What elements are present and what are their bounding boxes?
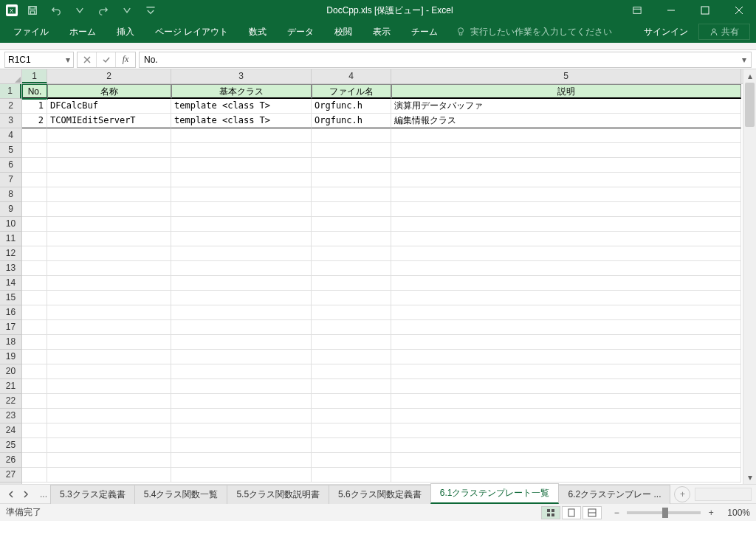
cell[interactable]	[171, 202, 312, 217]
cell[interactable]: template <class T>	[171, 99, 312, 114]
row-header[interactable]: 16	[0, 305, 21, 320]
cell[interactable]	[391, 202, 741, 217]
view-page-layout-button[interactable]	[562, 506, 581, 519]
cell[interactable]	[22, 187, 47, 202]
qat-customize-icon[interactable]	[142, 1, 159, 19]
cell[interactable]: Orgfunc.h	[312, 114, 391, 128]
cell[interactable]	[47, 350, 171, 364]
cell[interactable]	[22, 423, 47, 438]
cell[interactable]	[47, 128, 171, 143]
row-header[interactable]: 18	[0, 335, 21, 350]
cell[interactable]	[312, 350, 391, 364]
minimize-button[interactable]	[654, 0, 688, 21]
undo-button[interactable]	[47, 1, 65, 19]
name-box[interactable]: R1C1 ▾	[4, 52, 74, 68]
cell[interactable]	[22, 409, 47, 423]
cell[interactable]	[47, 394, 171, 409]
tell-me-search[interactable]: 実行したい作業を入力してください	[448, 26, 619, 38]
cell[interactable]: DFCalcBuf	[47, 99, 171, 114]
cell[interactable]	[171, 246, 312, 261]
row-header[interactable]: 5	[0, 143, 21, 158]
cell[interactable]	[391, 320, 741, 335]
cell[interactable]	[391, 394, 741, 409]
header-cell-file[interactable]: ファイル名	[312, 84, 391, 99]
row-header[interactable]: 25	[0, 438, 21, 453]
tab-insert[interactable]: 挿入	[106, 21, 145, 43]
cell[interactable]	[171, 128, 312, 143]
row-header[interactable]: 9	[0, 202, 21, 217]
cell[interactable]	[47, 468, 171, 483]
row-header[interactable]: 21	[0, 379, 21, 394]
cell[interactable]	[22, 173, 47, 187]
cell[interactable]	[312, 291, 391, 305]
header-cell-base[interactable]: 基本クラス	[171, 84, 312, 99]
cell[interactable]	[391, 232, 741, 246]
row-header[interactable]: 14	[0, 276, 21, 291]
view-page-break-button[interactable]	[583, 506, 602, 519]
cell[interactable]	[391, 409, 741, 423]
cell[interactable]	[22, 394, 47, 409]
cell[interactable]	[312, 261, 391, 276]
cell[interactable]	[22, 379, 47, 394]
signin-link[interactable]: サインイン	[633, 26, 698, 38]
row-header[interactable]: 23	[0, 409, 21, 423]
cell[interactable]	[312, 158, 391, 173]
cell[interactable]	[22, 143, 47, 158]
cell[interactable]	[22, 468, 47, 483]
tab-team[interactable]: チーム	[401, 21, 448, 43]
row-header[interactable]: 20	[0, 364, 21, 379]
cell[interactable]	[312, 379, 391, 394]
cell[interactable]	[312, 409, 391, 423]
undo-dropdown-icon[interactable]	[71, 1, 89, 19]
formula-expand-icon[interactable]: ▾	[742, 55, 746, 65]
row-header[interactable]: 24	[0, 423, 21, 438]
cell[interactable]	[47, 276, 171, 291]
cell[interactable]	[312, 276, 391, 291]
cell[interactable]	[22, 453, 47, 468]
cancel-formula-button[interactable]	[78, 52, 97, 67]
sheet-tab[interactable]: 5.6クラス関数定義書	[329, 485, 431, 504]
cell[interactable]	[22, 335, 47, 350]
cell[interactable]	[47, 173, 171, 187]
col-header[interactable]: 4	[312, 69, 391, 83]
cell[interactable]	[312, 468, 391, 483]
row-header[interactable]: 1	[0, 84, 21, 99]
cell[interactable]	[312, 246, 391, 261]
cell[interactable]	[47, 217, 171, 232]
cell[interactable]	[391, 438, 741, 453]
row-header[interactable]: 3	[0, 114, 21, 128]
cell[interactable]	[47, 291, 171, 305]
scroll-up-icon[interactable]: ▴	[743, 69, 756, 83]
view-normal-button[interactable]	[541, 506, 560, 519]
cell[interactable]	[391, 453, 741, 468]
sheet-nav-next[interactable]	[19, 488, 32, 501]
scroll-thumb[interactable]	[745, 83, 755, 127]
cell[interactable]	[47, 320, 171, 335]
cell[interactable]	[22, 158, 47, 173]
cell[interactable]	[171, 453, 312, 468]
cell[interactable]	[391, 379, 741, 394]
zoom-value[interactable]: 100%	[727, 508, 750, 518]
cell[interactable]	[312, 143, 391, 158]
fx-button[interactable]: fx	[116, 52, 135, 67]
cell[interactable]	[171, 320, 312, 335]
cell[interactable]	[312, 335, 391, 350]
formula-input[interactable]: No. ▾	[139, 52, 752, 68]
header-cell-no[interactable]: No.	[22, 84, 47, 99]
select-all-corner[interactable]	[0, 69, 22, 84]
ribbon-display-options[interactable]	[620, 0, 654, 21]
cell[interactable]	[171, 173, 312, 187]
chevron-down-icon[interactable]: ▾	[66, 55, 70, 65]
cell[interactable]	[391, 158, 741, 173]
cell[interactable]	[312, 423, 391, 438]
maximize-button[interactable]	[688, 0, 722, 21]
cell[interactable]: 編集情報クラス	[391, 114, 741, 128]
cell[interactable]	[171, 468, 312, 483]
redo-dropdown-icon[interactable]	[118, 1, 136, 19]
cell[interactable]	[391, 261, 741, 276]
cell[interactable]	[312, 305, 391, 320]
cell[interactable]	[47, 246, 171, 261]
cell[interactable]	[171, 423, 312, 438]
cell[interactable]	[22, 246, 47, 261]
cell[interactable]	[312, 394, 391, 409]
